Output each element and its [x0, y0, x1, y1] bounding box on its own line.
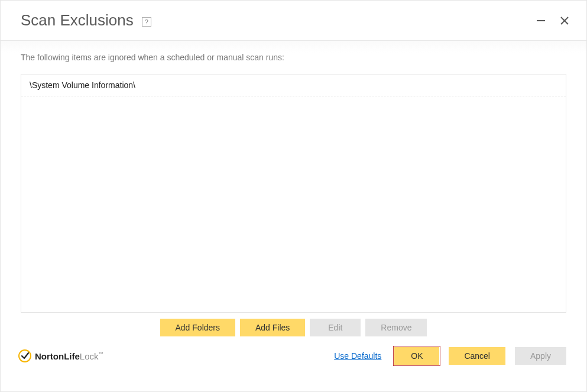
list-button-row: Add Folders Add Files Edit Remove	[21, 319, 566, 342]
exclusion-list[interactable]: \System Volume Information\	[21, 74, 566, 313]
ok-button[interactable]: OK	[394, 347, 439, 365]
edit-button: Edit	[310, 319, 361, 336]
add-files-button[interactable]: Add Files	[240, 319, 305, 336]
footer-right: Use Defaults OK Cancel Apply	[334, 347, 566, 365]
close-icon	[560, 17, 569, 25]
logo-light-text: Lock	[80, 351, 99, 361]
help-icon[interactable]: ?	[142, 17, 151, 27]
apply-button: Apply	[515, 347, 566, 365]
description-text: The following items are ignored when a s…	[21, 53, 566, 62]
add-folders-button[interactable]: Add Folders	[160, 319, 235, 336]
dialog-footer: NortonLifeLock™ Use Defaults OK Cancel A…	[1, 342, 586, 375]
header-right	[536, 15, 570, 26]
footer-buttons: OK Cancel Apply	[394, 347, 566, 365]
close-button[interactable]	[559, 15, 570, 26]
checkmark-icon	[18, 349, 31, 362]
cancel-button[interactable]: Cancel	[449, 347, 505, 365]
remove-button: Remove	[365, 319, 427, 336]
list-item[interactable]: \System Volume Information\	[21, 74, 566, 96]
brand-logo: NortonLifeLock™	[18, 349, 103, 362]
header-left: Scan Exclusions ?	[21, 11, 151, 30]
page-title: Scan Exclusions	[21, 11, 134, 30]
minimize-button[interactable]	[536, 15, 546, 26]
logo-bold-text: NortonLife	[35, 351, 80, 361]
logo-text: NortonLifeLock™	[35, 351, 103, 361]
use-defaults-link[interactable]: Use Defaults	[334, 351, 381, 361]
trademark-icon: ™	[99, 351, 103, 357]
dialog-header: Scan Exclusions ?	[1, 1, 586, 41]
content-area: The following items are ignored when a s…	[1, 41, 586, 342]
